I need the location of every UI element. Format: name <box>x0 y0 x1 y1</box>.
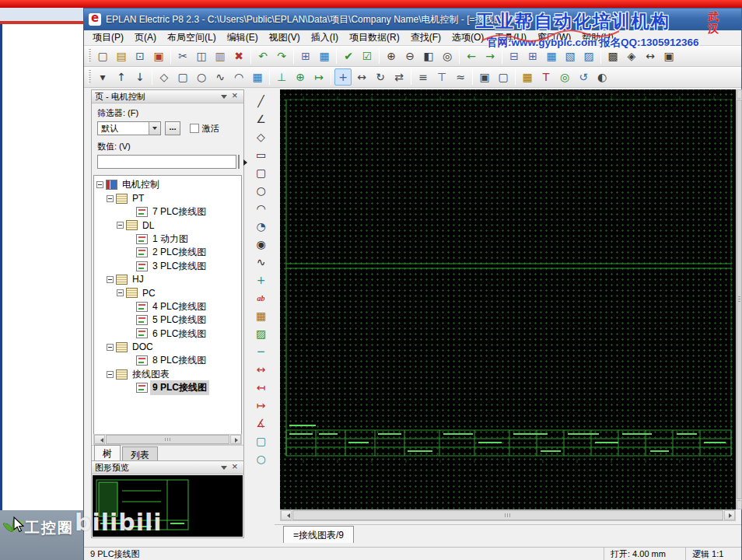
junction-button[interactable]: ⊕ <box>292 68 309 86</box>
plc-box-button[interactable]: ▦ <box>249 68 266 86</box>
filter-browse-button[interactable]: ... <box>165 121 180 135</box>
menu-item-2[interactable]: 布局空间(L) <box>162 30 222 46</box>
spline-button[interactable]: ∿ <box>253 254 270 271</box>
dimension-baseline-button[interactable]: ↦ <box>253 397 270 414</box>
menu-item-1[interactable]: 页(A) <box>129 30 162 46</box>
expander-icon[interactable] <box>117 289 124 296</box>
tree-item[interactable]: DOC <box>94 341 241 354</box>
hatch-fill-button[interactable]: ▨ <box>253 325 270 342</box>
cable-overview-button[interactable]: ▦ <box>543 47 560 65</box>
connection-button[interactable]: ⊥ <box>273 68 290 86</box>
tree-item[interactable]: 电机控制 <box>94 178 241 191</box>
delete-button[interactable]: ✖ <box>230 47 247 65</box>
page-up-button[interactable]: ↑ <box>113 68 130 86</box>
page-dropdown-button[interactable]: ▾ <box>94 68 111 86</box>
panel-close-icon[interactable] <box>230 92 240 101</box>
zoom-out-button[interactable]: ⊖ <box>401 47 418 65</box>
style-circle-button[interactable]: ○ <box>253 450 270 467</box>
label-button[interactable]: ▨ <box>580 47 597 65</box>
filter-select[interactable]: 默认 <box>97 121 161 135</box>
tree-item[interactable]: PC <box>94 286 241 299</box>
tree-item[interactable]: 6 PLC接线图 <box>94 327 241 340</box>
tree-item[interactable]: 4 PLC接线图 <box>94 300 241 313</box>
pdf-export-button[interactable]: ▣ <box>150 47 167 65</box>
panel-menu-icon[interactable] <box>219 463 229 472</box>
redo-button[interactable]: ↷ <box>273 47 290 65</box>
undo-button[interactable]: ↶ <box>254 47 271 65</box>
scroll-left-icon[interactable] <box>281 510 292 520</box>
project-check-button[interactable]: ☑ <box>359 47 376 65</box>
rectangle-button[interactable]: ▭ <box>253 146 270 163</box>
crosshair-button[interactable]: + <box>253 271 270 289</box>
line-button[interactable]: ╱ <box>253 93 270 110</box>
image-button[interactable]: ▦ <box>253 307 270 324</box>
verify-button[interactable]: ✔ <box>340 47 357 65</box>
next-page-button[interactable]: → <box>481 47 499 65</box>
menu-item-3[interactable]: 编辑(E) <box>222 30 264 46</box>
panel-tab[interactable]: 树 <box>94 445 121 461</box>
tree-item[interactable]: 5 PLC接线图 <box>94 313 241 327</box>
page-down-button[interactable]: ↓ <box>131 68 149 86</box>
dimension-continued-button[interactable]: ↤ <box>253 379 270 396</box>
device-list-button[interactable]: ⊞ <box>524 47 541 65</box>
panel-tab[interactable]: 列表 <box>122 446 158 461</box>
insert-text-button[interactable]: T <box>537 68 555 86</box>
menu-item-6[interactable]: 项目数据(R) <box>344 30 405 46</box>
goto-graphic-button[interactable]: ⊞ <box>297 47 314 65</box>
shield-button[interactable]: ◠ <box>230 68 247 86</box>
canvas-vertical-scrollbar[interactable] <box>736 89 742 509</box>
menu-item-0[interactable]: 项目(P) <box>87 30 129 46</box>
terminal-diagram-button[interactable]: ⊟ <box>506 47 523 65</box>
preview-panel-header[interactable]: 图形预览 <box>92 461 243 474</box>
terminal-button[interactable]: ○ <box>193 68 210 86</box>
scroll-right-icon[interactable] <box>230 435 241 444</box>
move-button[interactable]: ↔ <box>353 68 370 86</box>
value-expand-button[interactable] <box>238 155 240 169</box>
scrollbar-thumb[interactable] <box>737 100 742 499</box>
new-page-button[interactable]: ▢ <box>94 47 111 65</box>
scrollbar-thumb[interactable] <box>292 510 723 520</box>
menu-item-10[interactable]: 窗口(W) <box>532 30 576 46</box>
tree-item[interactable]: 1 动力图 <box>94 233 241 246</box>
sheet-tab[interactable]: =接线图表/9 <box>283 526 354 543</box>
polygon-button[interactable]: ◇ <box>253 128 270 145</box>
symbol-button[interactable]: ◇ <box>156 68 173 86</box>
lock-button[interactable]: ▣ <box>660 47 677 65</box>
paste-button[interactable]: ▥ <box>212 47 229 65</box>
expander-icon[interactable] <box>96 181 103 188</box>
circle-button[interactable]: ○ <box>253 182 270 199</box>
group-button[interactable]: ▣ <box>476 68 493 86</box>
rotate-button[interactable]: ↻ <box>372 68 389 86</box>
menu-item-5[interactable]: 插入(I) <box>306 30 344 46</box>
prev-page-button[interactable]: ← <box>463 47 480 65</box>
cable-button[interactable]: ∿ <box>212 68 229 86</box>
expander-icon[interactable] <box>107 371 114 378</box>
scroll-up-icon[interactable] <box>737 89 742 99</box>
scrollbar-thumb[interactable] <box>106 435 229 444</box>
snap-button[interactable]: ◈ <box>623 47 640 65</box>
align-left-button[interactable]: ≡ <box>415 68 432 86</box>
ellipse-button[interactable]: ◉ <box>253 236 270 253</box>
zoom-in-button[interactable]: ⊕ <box>383 47 400 65</box>
cut-button[interactable]: ✂ <box>174 47 191 65</box>
reference-button[interactable]: ↦ <box>310 68 327 86</box>
titlebar[interactable]: EPLAN Electric P8 2.3 - C:\Users\Public\… <box>84 9 741 30</box>
canvas-horizontal-scrollbar[interactable] <box>280 509 736 521</box>
distribute-button[interactable]: ≈ <box>452 68 469 86</box>
mirror-button[interactable]: ⇄ <box>390 68 408 86</box>
tree-item[interactable]: HJ <box>94 273 241 286</box>
menu-item-4[interactable]: 视图(V) <box>264 30 306 46</box>
align-top-button[interactable]: ⊤ <box>433 68 450 86</box>
toolbar-grip[interactable] <box>88 70 91 84</box>
ruler-button[interactable]: ↔ <box>642 47 659 65</box>
rectangle-2-button[interactable]: ▢ <box>253 164 270 181</box>
arc-button[interactable]: ◠ <box>253 200 270 217</box>
dimension-linear-button[interactable]: ↔ <box>253 361 270 378</box>
panel-menu-icon[interactable] <box>219 92 229 101</box>
dimension-angle-button[interactable]: ∡ <box>253 415 270 432</box>
drawing-canvas[interactable] <box>280 89 736 509</box>
sector-button[interactable]: ◔ <box>253 218 270 235</box>
zoom-window-button[interactable]: ◧ <box>420 47 437 65</box>
menu-item-9[interactable]: 工具(U) <box>489 30 532 46</box>
toolbar-grip[interactable] <box>88 49 91 63</box>
